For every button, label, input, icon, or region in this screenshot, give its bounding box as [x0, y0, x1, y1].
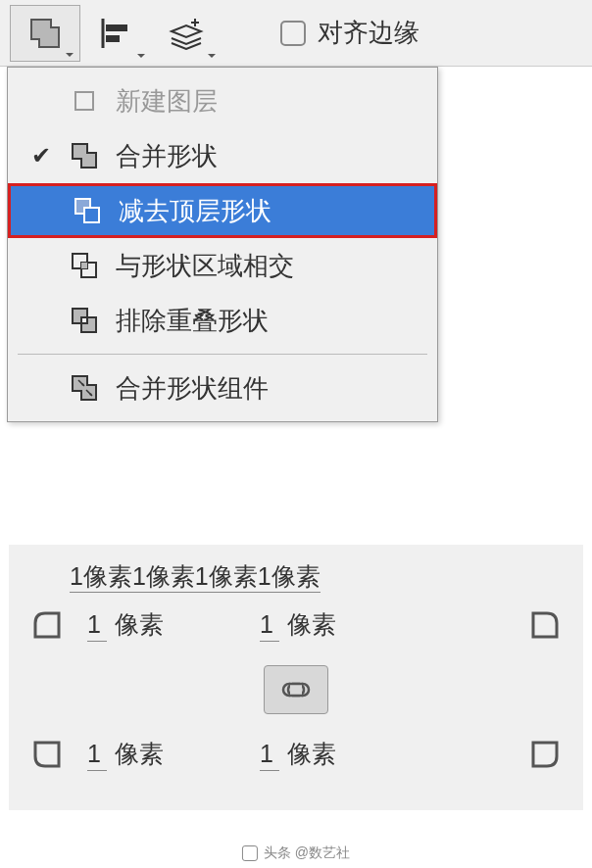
menu-item-label: 排除重叠形状: [116, 304, 269, 338]
arrange-button[interactable]: [151, 5, 222, 62]
menu-icon-slot: [67, 373, 102, 403]
merge-components-icon: [70, 373, 99, 403]
menu-item-combine-shapes[interactable]: ✔ 合并形状: [8, 128, 437, 183]
corner-top-row: 1 像素 1 像素: [28, 606, 564, 644]
exclude-icon: [70, 306, 99, 335]
square-icon: [73, 89, 96, 113]
menu-icon-slot: [70, 196, 105, 225]
corner-radius-panel: 1像素1像素1像素1像素 1 像素 1 像素: [9, 545, 583, 810]
attribution-icon: [242, 845, 258, 861]
align-edges-checkbox[interactable]: [280, 21, 306, 46]
menu-icon-slot: [67, 251, 102, 280]
menu-item-label: 新建图层: [116, 84, 218, 119]
union-icon: [70, 141, 99, 170]
bottom-right-corner-input[interactable]: 1 像素: [260, 738, 336, 771]
subtract-icon: [73, 196, 102, 225]
top-right-corner-icon[interactable]: [526, 606, 564, 644]
bottom-left-corner-input[interactable]: 1 像素: [87, 738, 164, 771]
corner-bottom-row: 1 像素 1 像素: [28, 736, 564, 773]
attribution-text: 头条 @数艺社: [264, 844, 350, 862]
bottom-right-corner-icon[interactable]: [526, 736, 564, 773]
svg-rect-9: [84, 208, 99, 222]
menu-item-subtract-front[interactable]: 减去顶层形状: [8, 183, 437, 238]
dropdown-indicator-icon: [208, 54, 216, 58]
top-left-corner-icon[interactable]: [28, 606, 66, 644]
dropdown-indicator-icon: [66, 53, 74, 57]
link-corners-button[interactable]: [264, 665, 328, 714]
menu-item-intersect[interactable]: 与形状区域相交: [8, 238, 437, 293]
menu-icon-slot: [67, 89, 102, 113]
stack-layers-icon: [168, 17, 205, 50]
align-left-icon: [99, 17, 132, 50]
menu-item-new-layer[interactable]: 新建图层: [8, 73, 437, 128]
menu-item-merge-components[interactable]: 合并形状组件: [8, 361, 437, 415]
menu-icon-slot: [67, 141, 102, 170]
link-icon: [280, 680, 312, 699]
svg-rect-4: [106, 24, 127, 31]
align-edges-option[interactable]: 对齐边缘: [280, 16, 419, 50]
top-left-corner-input[interactable]: 1 像素: [87, 608, 164, 642]
top-right-corner-input[interactable]: 1 像素: [260, 608, 336, 642]
align-edges-label: 对齐边缘: [318, 16, 419, 50]
bottom-left-corner-icon[interactable]: [28, 736, 66, 773]
combine-shapes-icon: [27, 16, 63, 51]
menu-item-exclude-overlap[interactable]: 排除重叠形状: [8, 293, 437, 348]
svg-rect-8: [75, 92, 93, 110]
dropdown-indicator-icon: [137, 54, 145, 58]
intersect-icon: [70, 251, 99, 280]
align-button[interactable]: [80, 5, 151, 62]
menu-item-label: 合并形状组件: [116, 371, 269, 406]
corner-header-labels: 1像素1像素1像素1像素: [70, 560, 564, 593]
menu-icon-slot: [67, 306, 102, 335]
menu-check-slot: ✔: [31, 142, 53, 169]
top-toolbar: 对齐边缘: [0, 0, 592, 67]
svg-rect-12: [81, 263, 87, 268]
menu-item-label: 减去顶层形状: [119, 194, 271, 228]
attribution: 头条 @数艺社: [242, 844, 350, 862]
menu-item-label: 合并形状: [116, 139, 218, 173]
svg-rect-19: [290, 684, 302, 696]
path-operations-dropdown: 新建图层 ✔ 合并形状 减去顶层形状 与形: [7, 67, 438, 422]
path-operations-button[interactable]: [10, 5, 80, 62]
menu-separator: [18, 354, 427, 355]
svg-rect-5: [106, 35, 120, 42]
menu-item-label: 与形状区域相交: [116, 249, 294, 283]
